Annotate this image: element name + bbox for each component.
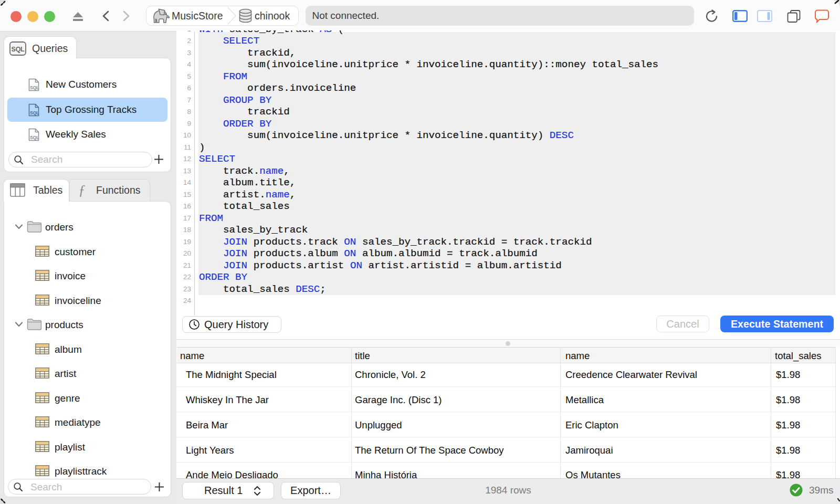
svg-text:SQL: SQL [30,85,39,90]
svg-text:SQL: SQL [12,46,25,53]
svg-text:SQL: SQL [30,110,39,116]
svg-text:SQL: SQL [30,135,39,140]
svg-text:ƒ: ƒ [78,183,86,198]
